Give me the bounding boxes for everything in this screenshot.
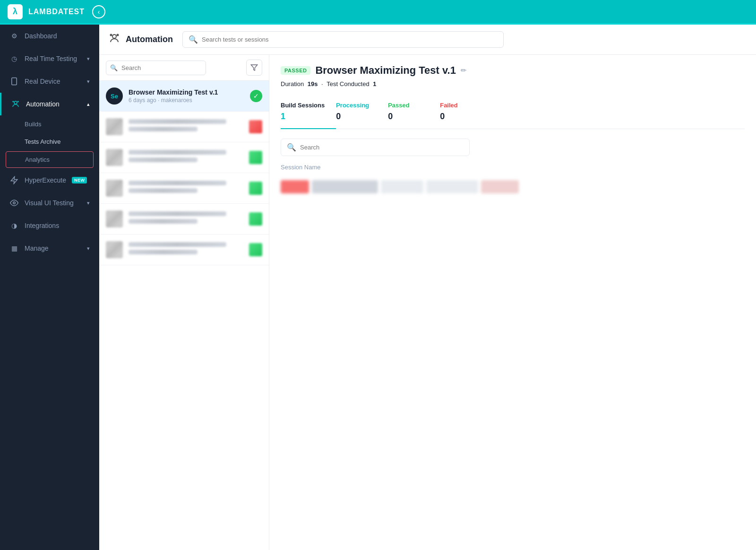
build-meta: Duration 19s · Test Conducted 1 (281, 80, 745, 87)
sidebar-item-label: Automation (26, 100, 60, 108)
chevron-down-icon: ▾ (87, 79, 90, 85)
stat-passed[interactable]: Passed 0 (388, 97, 440, 129)
content-header: Automation 🔍 (99, 25, 756, 55)
stat-label: Passed (388, 102, 429, 109)
sidebar-item-real-time[interactable]: ◷ Real Time Testing ▾ (0, 47, 99, 70)
sidebar-item-dashboard[interactable]: ⚙ Dashboard (0, 25, 99, 47)
blurred-line (129, 181, 226, 185)
svg-marker-5 (11, 177, 17, 184)
sidebar-item-automation[interactable]: Automation ▴ (0, 93, 99, 115)
list-item[interactable] (99, 204, 269, 235)
search-icon: 🔍 (189, 35, 198, 44)
manage-icon: ▦ (9, 244, 19, 253)
duration-value: 19s (308, 80, 318, 87)
blurred-line (129, 119, 226, 124)
sidebar-item-analytics[interactable]: Analytics (6, 151, 94, 168)
test-info: Browser Maximizing Test v.1 6 days ago ·… (129, 88, 244, 104)
sidebar-item-label: Real Device (25, 78, 60, 85)
svg-point-9 (117, 34, 119, 35)
sidebar-item-label: Dashboard (25, 32, 57, 40)
search-wrap: 🔍 (106, 61, 242, 75)
logo-icon: λ (8, 4, 23, 19)
integrations-icon: ◑ (9, 221, 19, 230)
blurred-line (129, 219, 198, 224)
test-name: Browser Maximizing Test v.1 (129, 88, 244, 96)
sidebar-item-integrations[interactable]: ◑ Integrations (0, 214, 99, 237)
stat-build-sessions[interactable]: Build Sessions 1 (281, 97, 336, 129)
chevron-down-icon: ▾ (87, 200, 90, 206)
stat-value: 0 (336, 112, 377, 122)
blurred-status (249, 182, 262, 195)
stat-label: Processing (336, 102, 377, 109)
chevron-down-icon: ▾ (87, 56, 90, 62)
stat-label: Build Sessions (281, 102, 325, 109)
chevron-down-icon: ▾ (87, 245, 90, 252)
panel-search-bar: 🔍 (99, 55, 269, 81)
session-row (281, 176, 745, 197)
session-name-label: Session Name (281, 164, 745, 171)
panel-search-input[interactable] (106, 61, 206, 75)
blurred-block (281, 180, 309, 193)
sidebar-item-label: Real Time Testing (25, 55, 77, 62)
build-title: Browser Maximizing Test v.1 (315, 64, 456, 77)
edit-icon[interactable]: ✏ (461, 66, 467, 75)
blurred-content (129, 181, 243, 196)
realtime-icon: ◷ (9, 54, 19, 63)
search-icon: 🔍 (110, 64, 118, 71)
svg-point-4 (18, 101, 19, 102)
search-icon: 🔍 (287, 143, 296, 152)
svg-point-8 (111, 34, 112, 35)
test-meta: 6 days ago · makenaroes (129, 97, 244, 104)
test-list: Se Browser Maximizing Test v.1 6 days ag… (99, 81, 269, 550)
blurred-status (249, 120, 262, 133)
svg-rect-0 (12, 78, 17, 85)
sidebar-item-manage[interactable]: ▦ Manage ▾ (0, 237, 99, 260)
blurred-line (129, 150, 226, 155)
blurred-thumbnail (106, 210, 123, 227)
sidebar-item-label: Manage (25, 244, 49, 252)
automation-sub-menu: Builds Tests Archive Analytics (0, 115, 99, 169)
blurred-content (129, 211, 243, 227)
blurred-content (129, 242, 243, 257)
nav-back-button[interactable]: ‹ (92, 5, 105, 18)
sidebar-item-visual-ui[interactable]: Visual UI Testing ▾ (0, 192, 99, 214)
blurred-block (312, 180, 378, 193)
sidebar-item-builds[interactable]: Builds (0, 115, 99, 133)
header-search-input[interactable] (202, 36, 498, 43)
sidebar-item-tests-archive[interactable]: Tests Archive (0, 133, 99, 150)
blurred-block (426, 180, 478, 193)
blurred-thumbnail (106, 149, 123, 166)
filter-button[interactable] (246, 60, 262, 76)
list-item[interactable] (99, 173, 269, 204)
list-item[interactable] (99, 142, 269, 173)
blurred-thumbnail (106, 241, 123, 258)
sidebar-item-hyperexecute[interactable]: HyperExecute NEW (0, 169, 99, 192)
stat-processing[interactable]: Processing 0 (336, 97, 388, 129)
test-item[interactable]: Se Browser Maximizing Test v.1 6 days ag… (99, 81, 269, 112)
page-title: Automation (126, 35, 173, 44)
new-badge: NEW (72, 177, 87, 183)
automation-header-icon (109, 33, 120, 47)
blurred-line (129, 127, 198, 131)
list-item[interactable] (99, 235, 269, 265)
blurred-block (481, 180, 519, 193)
stat-label: Failed (440, 102, 481, 109)
stats-table: Build Sessions 1 Processing 0 Passed 0 F… (281, 97, 745, 129)
blurred-line (129, 157, 198, 162)
right-search-input[interactable] (300, 144, 464, 151)
stat-value: 0 (388, 112, 429, 122)
svg-point-2 (14, 101, 17, 104)
sidebar-item-real-device[interactable]: Real Device ▾ (0, 70, 99, 93)
blurred-session-content (281, 180, 519, 193)
stat-value: 0 (440, 112, 481, 122)
status-badge: PASSED (281, 66, 310, 75)
list-item[interactable] (99, 112, 269, 142)
blurred-line (129, 250, 198, 254)
blurred-line (129, 242, 226, 247)
header-search-bar: 🔍 (182, 31, 504, 48)
sidebar-item-label: HyperExecute (25, 176, 66, 184)
realdevice-icon (9, 77, 19, 86)
chevron-up-icon: ▴ (87, 101, 90, 107)
blurred-status (249, 243, 262, 256)
stat-failed[interactable]: Failed 0 (440, 97, 492, 129)
